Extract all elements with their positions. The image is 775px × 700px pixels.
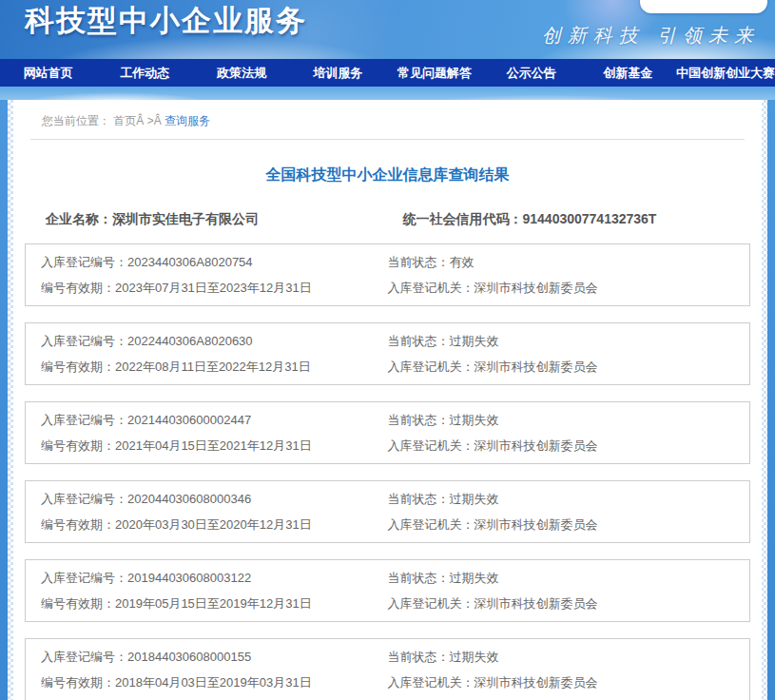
record-card: 入库登记编号：201844030608000155 编号有效期：2018年04月… <box>25 638 750 700</box>
record-card-left: 入库登记编号：202044030608000346 编号有效期：2020年03月… <box>26 492 388 533</box>
nav-item-announce[interactable]: 公示公告 <box>483 59 580 87</box>
credit-code-label: 统一社会信用代码： <box>403 211 523 226</box>
record-validity: 编号有效期：2022年08月11日至2022年12月31日 <box>41 360 388 375</box>
banner-sky-strip <box>0 87 775 100</box>
record-status: 当前状态：过期失效 <box>388 334 750 349</box>
record-card-right: 当前状态：过期失效 入库登记机关：深圳市科技创新委员会 <box>388 571 750 612</box>
record-reg-no: 入库登记编号：202144030600002447 <box>41 413 388 428</box>
main-nav: 网站首页 工作动态 政策法规 培训服务 常见问题解答 公示公告 创新基金 中国创… <box>0 59 775 87</box>
content-frame: 您当前位置： 首页Â >Â 查询服务 全国科技型中小企业信息库查询结果 企业名称… <box>8 100 767 700</box>
record-reg-no: 入库登记编号：2022440306A8020630 <box>41 334 388 349</box>
nav-item-training[interactable]: 培训服务 <box>290 59 387 87</box>
record-card: 入库登记编号：2022440306A8020630 编号有效期：2022年08月… <box>25 322 750 385</box>
record-authority: 入库登记机关：深圳市科技创新委员会 <box>388 360 750 375</box>
record-authority: 入库登记机关：深圳市科技创新委员会 <box>388 517 750 533</box>
record-status: 当前状态：过期失效 <box>388 413 750 428</box>
record-card-left: 入库登记编号：2022440306A8020630 编号有效期：2022年08月… <box>26 334 388 375</box>
nav-item-news[interactable]: 工作动态 <box>97 59 194 87</box>
company-name-value: 深圳市实佳电子有限公司 <box>112 211 259 226</box>
nav-item-fund[interactable]: 创新基金 <box>579 59 676 87</box>
record-authority: 入库登记机关：深圳市科技创新委员会 <box>388 438 750 454</box>
record-reg-no: 入库登记编号：202044030608000346 <box>41 492 388 507</box>
company-name-label: 企业名称： <box>46 211 112 226</box>
status-value: 过期失效 <box>450 571 499 585</box>
record-list: 入库登记编号：2023440306A8020754 编号有效期：2023年07月… <box>25 243 750 700</box>
record-card-left: 入库登记编号：201844030608000155 编号有效期：2018年04月… <box>26 650 388 690</box>
breadcrumb-link-query-service[interactable]: 查询服务 <box>165 114 210 127</box>
record-authority: 入库登记机关：深圳市科技创新委员会 <box>388 675 750 690</box>
page-title: 全国科技型中小企业信息库查询结果 <box>19 165 756 185</box>
header-search-box[interactable] <box>640 0 767 13</box>
record-authority: 入库登记机关：深圳市科技创新委员会 <box>388 596 750 612</box>
record-card-left: 入库登记编号：2023440306A8020754 编号有效期：2023年07月… <box>26 255 388 296</box>
record-authority: 入库登记机关：深圳市科技创新委员会 <box>388 281 750 296</box>
record-card-right: 当前状态：有效 入库登记机关：深圳市科技创新委员会 <box>388 255 750 296</box>
status-value: 过期失效 <box>450 334 499 348</box>
record-validity: 编号有效期：2020年03月30日至2020年12月31日 <box>41 517 388 533</box>
nav-item-faq[interactable]: 常见问题解答 <box>386 59 483 87</box>
record-card-right: 当前状态：过期失效 入库登记机关：深圳市科技创新委员会 <box>388 492 750 533</box>
record-card-right: 当前状态：过期失效 入库登记机关：深圳市科技创新委员会 <box>388 413 750 454</box>
nav-item-competition[interactable]: 中国创新创业大赛 <box>676 59 775 87</box>
record-card: 入库登记编号：202144030600002447 编号有效期：2021年04月… <box>25 401 750 464</box>
record-card-left: 入库登记编号：202144030600002447 编号有效期：2021年04月… <box>26 413 388 454</box>
record-status: 当前状态：过期失效 <box>388 650 750 665</box>
record-validity: 编号有效期：2021年04月15日至2021年12月31日 <box>41 438 388 454</box>
record-card: 入库登记编号：202044030608000346 编号有效期：2020年03月… <box>25 480 750 543</box>
record-reg-no: 入库登记编号：201844030608000155 <box>41 650 388 665</box>
company-info-row: 企业名称：深圳市实佳电子有限公司 统一社会信用代码：91440300774132… <box>30 211 745 228</box>
credit-code-value: 91440300774132736T <box>523 211 657 226</box>
nav-item-home[interactable]: 网站首页 <box>0 59 97 87</box>
status-value: 过期失效 <box>450 492 499 506</box>
company-credit-code: 统一社会信用代码：91440300774132736T <box>388 211 746 228</box>
content-panel: 您当前位置： 首页Â >Â 查询服务 全国科技型中小企业信息库查询结果 企业名称… <box>13 100 762 700</box>
record-validity: 编号有效期：2023年07月31日至2023年12月31日 <box>41 281 388 296</box>
record-card-left: 入库登记编号：201944030608003122 编号有效期：2019年05月… <box>26 571 388 612</box>
record-validity: 编号有效期：2018年04月03日至2019年03月31日 <box>41 675 388 690</box>
breadcrumb: 您当前位置： 首页Â >Â 查询服务 <box>19 100 756 139</box>
record-validity: 编号有效期：2019年05月15日至2019年12月31日 <box>41 596 388 612</box>
status-value: 过期失效 <box>450 413 499 427</box>
site-title: 科技型中小企业服务 <box>25 1 307 41</box>
breadcrumb-divider <box>30 139 745 140</box>
header-search-input[interactable] <box>640 0 775 13</box>
record-status: 当前状态：过期失效 <box>388 492 750 507</box>
status-value: 过期失效 <box>450 650 499 664</box>
record-card: 入库登记编号：201944030608003122 编号有效期：2019年05月… <box>25 559 750 622</box>
breadcrumb-prefix: 您当前位置： 首页Â >Â <box>42 114 165 127</box>
site-banner: 科技型中小企业服务 创新科技 引领未来 <box>0 0 775 59</box>
record-status: 当前状态：过期失效 <box>388 571 750 586</box>
nav-item-policy[interactable]: 政策法规 <box>193 59 290 87</box>
record-status: 当前状态：有效 <box>388 255 750 270</box>
record-reg-no: 入库登记编号：201944030608003122 <box>41 571 388 586</box>
banner-slogan: 创新科技 引领未来 <box>542 23 760 49</box>
status-value: 有效 <box>450 255 475 269</box>
record-card-right: 当前状态：过期失效 入库登记机关：深圳市科技创新委员会 <box>388 334 750 375</box>
company-name: 企业名称：深圳市实佳电子有限公司 <box>30 211 388 228</box>
record-card: 入库登记编号：2023440306A8020754 编号有效期：2023年07月… <box>25 243 750 306</box>
record-reg-no: 入库登记编号：2023440306A8020754 <box>41 255 388 270</box>
record-card-right: 当前状态：过期失效 入库登记机关：深圳市科技创新委员会 <box>388 650 750 690</box>
